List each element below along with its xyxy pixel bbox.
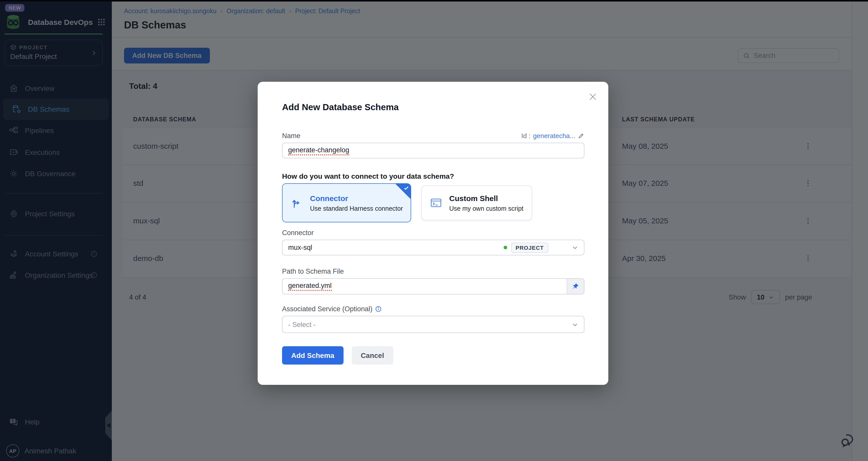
option-title: Custom Shell [449,194,523,202]
id-value-link[interactable]: generatecha... [533,132,575,140]
option-subtitle: Use standard Harness connector [310,205,403,212]
chevron-down-icon [572,321,578,328]
path-label: Path to Schema File [282,268,344,275]
option-card-custom-shell[interactable]: Custom Shell Use my own custom script [421,185,532,220]
add-schema-button[interactable]: Add Schema [282,346,344,365]
add-schema-modal: Add New Database Schema Name Id : genera… [258,82,608,385]
connector-status-dot [503,246,507,249]
associated-service-label: Associated Service (Optional) [282,305,382,313]
chevron-down-icon[interactable] [572,244,578,251]
close-icon[interactable] [587,91,598,102]
pin-icon[interactable] [567,279,584,294]
option-card-connector[interactable]: Connector Use standard Harness connector [282,183,411,222]
connector-value: mux-sql [288,244,312,251]
scope-badge: PROJECT [511,242,548,253]
edit-pencil-icon[interactable] [578,133,584,139]
select-placeholder: - Select - [288,321,316,328]
option-title: Connector [310,194,403,202]
connector-select-field[interactable]: mux-sql PROJECT [282,240,584,255]
name-label: Name [282,132,300,140]
info-icon[interactable] [375,306,382,312]
check-icon [404,185,409,191]
entity-id-row: Id : generatecha... [521,132,584,140]
terminal-icon [430,197,442,209]
name-value: generate-changelog [288,146,349,155]
path-input[interactable]: generated.yml [282,278,584,294]
connect-question: How do you want to connect to your data … [282,172,454,180]
cancel-button[interactable]: Cancel [352,346,393,365]
associated-service-select[interactable]: - Select - [282,316,584,333]
connector-branch-icon [291,197,303,209]
window-top-edge [0,0,868,2]
app-root: NEW Database DevOps [0,0,868,461]
id-prefix: Id : [521,132,531,140]
modal-title: Add New Database Schema [282,102,399,113]
path-value: generated.yml [288,282,332,291]
connector-label: Connector [282,229,314,237]
name-input[interactable]: generate-changelog [282,143,584,158]
option-subtitle: Use my own custom script [449,205,523,212]
